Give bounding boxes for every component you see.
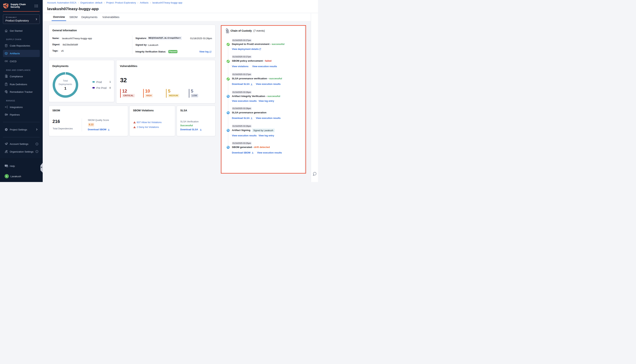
svg-text:?: ? <box>6 164 6 166</box>
